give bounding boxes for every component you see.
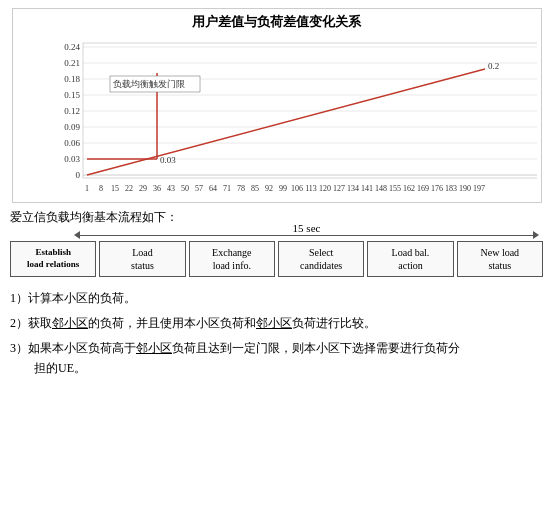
para2-after: 负荷进行比较。: [292, 316, 376, 330]
svg-text:0.12: 0.12: [64, 106, 80, 116]
svg-text:190: 190: [459, 184, 471, 193]
chart-svg: 0.24 0.21 0.18 0.15 0.12 0.09 0.06 0.03 …: [13, 33, 541, 208]
svg-text:120: 120: [319, 184, 331, 193]
text-section: 1）计算本小区的负荷。 2）获取邻小区的负荷，并且使用本小区负荷和邻小区负荷进行…: [0, 281, 553, 388]
para3-indent: 担的UE。: [10, 359, 86, 378]
svg-text:197: 197: [473, 184, 485, 193]
svg-text:43: 43: [167, 184, 175, 193]
svg-text:负载均衡触发门限: 负载均衡触发门限: [113, 79, 185, 89]
svg-text:15: 15: [111, 184, 119, 193]
svg-text:0.06: 0.06: [64, 138, 80, 148]
svg-text:0.2: 0.2: [488, 61, 499, 71]
svg-text:0.15: 0.15: [64, 90, 80, 100]
para1-text: 1）计算本小区的负荷。: [10, 291, 136, 305]
para-2: 2）获取邻小区的负荷，并且使用本小区负荷和邻小区负荷进行比较。: [10, 314, 543, 333]
svg-text:29: 29: [139, 184, 147, 193]
svg-text:106: 106: [291, 184, 303, 193]
svg-text:22: 22: [125, 184, 133, 193]
flow-box-new-status: New loadstatus: [457, 241, 543, 277]
flow-box-select: Selectcandidates: [278, 241, 364, 277]
para-3: 3）如果本小区负荷高于邻小区负荷且达到一定门限，则本小区下选择需要进行负荷分 担…: [10, 339, 543, 377]
para2-u2: 邻小区: [256, 316, 292, 330]
svg-text:78: 78: [237, 184, 245, 193]
svg-text:134: 134: [347, 184, 359, 193]
svg-text:113: 113: [305, 184, 317, 193]
svg-text:0.18: 0.18: [64, 74, 80, 84]
svg-text:85: 85: [251, 184, 259, 193]
svg-text:36: 36: [153, 184, 161, 193]
para2-before: 2）获取: [10, 316, 52, 330]
flow-title-text: 爱立信负载均衡基本流程如下：: [10, 210, 178, 224]
arrow-line: 15 sec: [80, 235, 533, 236]
flow-section: 爱立信负载均衡基本流程如下： 15 sec Establishload rela…: [0, 203, 553, 281]
flow-box-exchange: Exchangeload info.: [189, 241, 275, 277]
svg-text:57: 57: [195, 184, 203, 193]
para3-mid: 负荷且达到一定门限，则本小区下选择需要进行负荷分: [172, 341, 460, 355]
flow-arrow: 15 sec: [74, 231, 539, 239]
svg-text:1: 1: [85, 184, 89, 193]
svg-text:71: 71: [223, 184, 231, 193]
svg-text:176: 176: [431, 184, 443, 193]
para2-mid: 的负荷，并且使用本小区负荷和: [88, 316, 256, 330]
svg-text:127: 127: [333, 184, 345, 193]
svg-text:0: 0: [75, 170, 80, 180]
svg-text:141: 141: [361, 184, 373, 193]
svg-text:169: 169: [417, 184, 429, 193]
svg-text:50: 50: [181, 184, 189, 193]
flow-box-establish: Establishload relations: [10, 241, 96, 277]
para2-u1: 邻小区: [52, 316, 88, 330]
svg-text:155: 155: [389, 184, 401, 193]
chart-title: 用户差值与负荷差值变化关系: [13, 9, 541, 33]
arrow-label: 15 sec: [293, 222, 321, 234]
svg-text:64: 64: [209, 184, 217, 193]
svg-text:162: 162: [403, 184, 415, 193]
svg-text:0.21: 0.21: [64, 58, 80, 68]
svg-text:183: 183: [445, 184, 457, 193]
svg-text:99: 99: [279, 184, 287, 193]
flow-box-load-status: Loadstatus: [99, 241, 185, 277]
para-1: 1）计算本小区的负荷。: [10, 289, 543, 308]
flow-boxes: Establishload relations Loadstatus Excha…: [10, 241, 543, 277]
svg-text:0.03: 0.03: [64, 154, 80, 164]
svg-text:8: 8: [99, 184, 103, 193]
flow-box-action: Load bal.action: [367, 241, 453, 277]
para3-before: 3）如果本小区负荷高于: [10, 341, 136, 355]
svg-text:92: 92: [265, 184, 273, 193]
chart-container: 用户差值与负荷差值变化关系 0.24 0.21 0.18 0.15 0.12 0…: [12, 8, 542, 203]
arrow-right-head: [533, 231, 539, 239]
svg-text:148: 148: [375, 184, 387, 193]
para3-u1: 邻小区: [136, 341, 172, 355]
svg-text:0.09: 0.09: [64, 122, 80, 132]
svg-text:0.03: 0.03: [160, 155, 176, 165]
flow-title: 爱立信负载均衡基本流程如下：: [10, 209, 543, 226]
svg-text:0.24: 0.24: [64, 42, 80, 52]
